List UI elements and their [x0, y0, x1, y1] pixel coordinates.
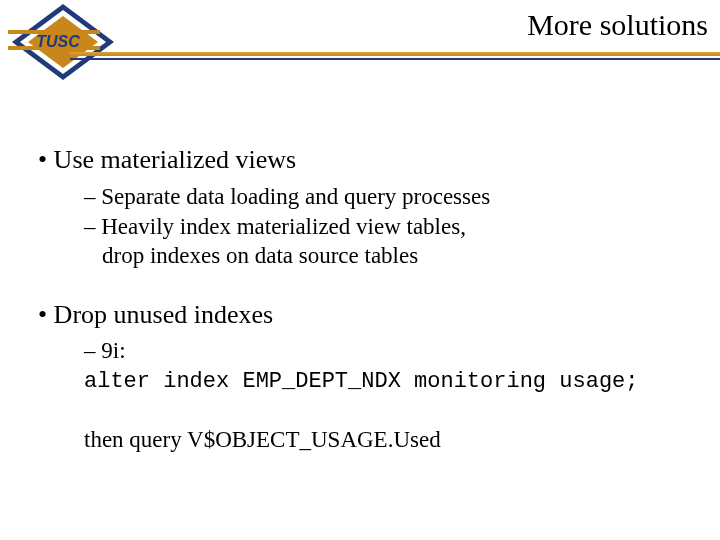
divider-gold — [70, 52, 720, 56]
logo-text: TUSC — [36, 33, 80, 50]
bullet-text: Drop unused indexes — [54, 300, 274, 329]
body-text: then query V$OBJECT_USAGE.Used — [38, 426, 692, 455]
slide-body: Use materialized views Separate data loa… — [0, 80, 720, 454]
sub-bullet-text: 9i: — [101, 338, 125, 363]
bullet-text: Use materialized views — [54, 145, 297, 174]
bullet-item: Drop unused indexes — [38, 299, 692, 332]
sub-bullet-item: Heavily index materialized view tables, … — [38, 213, 692, 271]
code-line: alter index EMP_DEPT_NDX monitoring usag… — [38, 368, 692, 396]
bullet-item: Use materialized views — [38, 144, 692, 177]
sub-bullet-item: Separate data loading and query processe… — [38, 183, 692, 212]
slide-header: TUSC More solutions — [0, 0, 720, 80]
tusc-logo: TUSC — [8, 2, 118, 82]
divider-navy — [70, 58, 720, 60]
sub-bullet-text: Separate data loading and query processe… — [101, 184, 490, 209]
slide-title: More solutions — [527, 8, 708, 42]
sub-bullet-text: Heavily index materialized view tables, — [101, 214, 466, 239]
sub-bullet-item: 9i: — [38, 337, 692, 366]
sub-bullet-text-cont: drop indexes on data source tables — [102, 242, 692, 271]
